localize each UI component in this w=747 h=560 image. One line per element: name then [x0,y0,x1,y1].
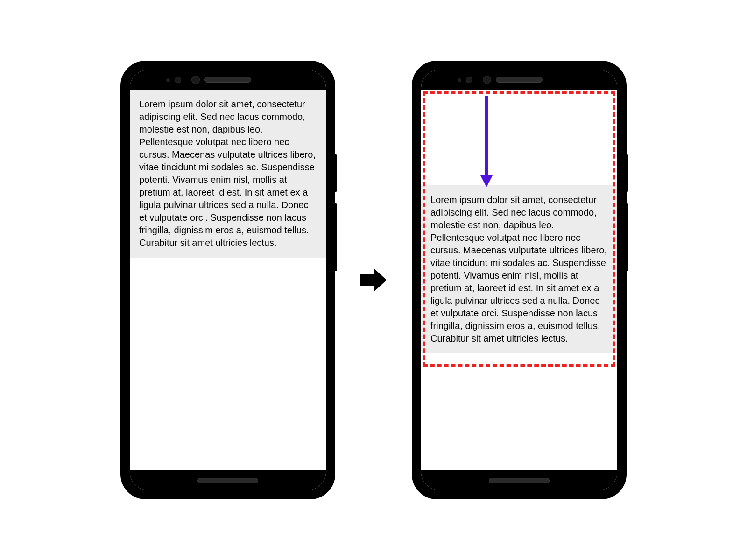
svg-marker-0 [360,269,387,291]
arrow-right-icon [359,265,388,295]
phone-power-button [333,154,337,192]
content-area-before: Lorem ipsum dolor sit amet, consectetur … [130,90,326,470]
phone-top-bezel [130,70,326,90]
phone-bottom-bezel [421,470,617,490]
phone-after: Lorem ipsum dolor sit amet, consectetur … [412,61,627,499]
phone-screen-after: Lorem ipsum dolor sit amet, consectetur … [421,70,617,490]
phone-power-button [625,154,628,192]
camera-icon [175,77,181,83]
offset-arrow-down-icon [477,96,496,189]
speaker-icon [489,478,550,483]
phone-top-bezel [421,70,617,90]
phone-volume-button [625,203,628,271]
phone-before: Lorem ipsum dolor sit amet, consectetur … [120,61,335,499]
phone-screen-before: Lorem ipsum dolor sit amet, consectetur … [130,70,326,490]
camera-icon [466,77,472,83]
content-area-after: Lorem ipsum dolor sit amet, consectetur … [421,90,617,470]
camera-icon [483,76,491,84]
phone-volume-button [333,203,337,271]
speaker-icon [204,77,251,83]
sensor-dot-icon [458,78,461,82]
speaker-icon [197,478,258,483]
sensor-dot-icon [166,78,170,82]
text-content-block-shifted: Lorem ipsum dolor sit amet, consectetur … [421,185,617,353]
speaker-icon [496,77,543,83]
phone-bottom-bezel [130,470,326,490]
camera-icon [191,76,200,84]
text-content-block: Lorem ipsum dolor sit amet, consectetur … [130,90,326,258]
